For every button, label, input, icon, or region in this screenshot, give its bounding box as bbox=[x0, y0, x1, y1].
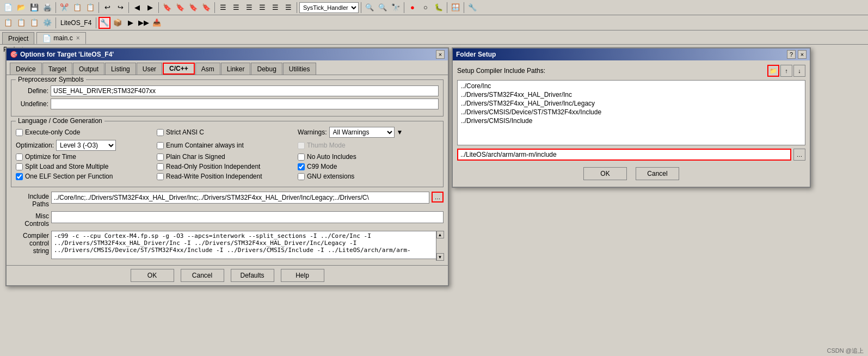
dtab-debug[interactable]: Debug bbox=[251, 63, 282, 75]
one-elf-cb[interactable] bbox=[16, 173, 23, 180]
tb2-btn8[interactable]: ▶▶ bbox=[138, 17, 150, 29]
options-cancel-btn[interactable]: Cancel bbox=[181, 269, 224, 282]
ro-pos-cb[interactable] bbox=[157, 163, 164, 170]
tab-main-c[interactable]: 📄 main.c × bbox=[36, 32, 85, 44]
dtab-device[interactable]: Device bbox=[10, 63, 42, 75]
folder-close-btn[interactable]: × bbox=[798, 50, 807, 59]
enum-container-cb[interactable] bbox=[157, 142, 164, 149]
folder-list-item[interactable]: ../Drivers/CMSIS/Device/ST/STM32F4xx/Inc… bbox=[459, 108, 804, 116]
dtab-user[interactable]: User bbox=[137, 63, 162, 75]
options-tabs: Device Target Output Listing User C/C++ … bbox=[7, 60, 448, 75]
no-auto-inc-cb[interactable] bbox=[298, 154, 305, 161]
search2-btn[interactable]: 🔍 bbox=[377, 2, 389, 14]
bookmark3-btn[interactable]: 🔖 bbox=[187, 2, 199, 14]
red-dot-btn[interactable]: ● bbox=[407, 2, 418, 14]
debug-btn[interactable]: 🐛 bbox=[433, 2, 445, 14]
folder-ok-btn[interactable]: OK bbox=[583, 167, 627, 180]
exec-only-cb[interactable] bbox=[16, 129, 23, 136]
options-ok-btn[interactable]: OK bbox=[131, 269, 174, 282]
include-paths-browse-btn[interactable]: … bbox=[432, 192, 444, 202]
undo-btn[interactable]: ↩ bbox=[101, 2, 113, 14]
paste-btn[interactable]: 📋 bbox=[84, 2, 96, 14]
back-btn[interactable]: ◀ bbox=[131, 2, 143, 14]
include-paths-input[interactable] bbox=[51, 192, 429, 204]
dtab-listing[interactable]: Listing bbox=[105, 63, 136, 75]
exec-only-label: Execute-only Code bbox=[25, 128, 80, 136]
tb2-btn4[interactable]: ⚙️ bbox=[41, 17, 53, 29]
include-paths-label: IncludePaths bbox=[11, 192, 49, 208]
tb2-btn7[interactable]: ▶ bbox=[125, 17, 137, 29]
forward-btn[interactable]: ▶ bbox=[144, 2, 156, 14]
define-input[interactable] bbox=[51, 85, 439, 96]
dtab-utilities[interactable]: Utilities bbox=[283, 63, 316, 75]
open-btn[interactable]: 📂 bbox=[15, 2, 27, 14]
list4-btn[interactable]: ☰ bbox=[256, 2, 268, 14]
warnings-combo[interactable]: All Warnings No Warnings MISRA Warnings bbox=[329, 127, 395, 138]
folder-list-item[interactable]: ../Core/Inc bbox=[459, 82, 804, 90]
dtab-cpp[interactable]: C/C++ bbox=[163, 63, 195, 75]
include-paths-row: IncludePaths … bbox=[11, 192, 444, 208]
list6-btn[interactable]: ☰ bbox=[282, 2, 294, 14]
list2-btn[interactable]: ☰ bbox=[230, 2, 242, 14]
dtab-asm[interactable]: Asm bbox=[195, 63, 220, 75]
folder-new-btn[interactable]: 📁 bbox=[767, 65, 779, 77]
bookmark4-btn[interactable]: 🔖 bbox=[200, 2, 212, 14]
gnu-ext-label: GNU extensions bbox=[307, 173, 354, 180]
search-btn[interactable]: 🔍 bbox=[364, 2, 375, 14]
thumb-mode-cb[interactable] bbox=[298, 142, 305, 149]
dtab-linker[interactable]: Linker bbox=[221, 63, 251, 75]
gnu-ext-cb[interactable] bbox=[298, 173, 305, 180]
tb2-btn2[interactable]: 📋 bbox=[15, 17, 27, 29]
print-btn[interactable]: 🖨️ bbox=[41, 2, 53, 14]
list1-btn[interactable]: ☰ bbox=[217, 2, 229, 14]
dtab-output[interactable]: Output bbox=[73, 63, 104, 75]
list5-btn[interactable]: ☰ bbox=[269, 2, 281, 14]
close-tab-icon[interactable]: × bbox=[76, 34, 80, 42]
function-combo[interactable]: SysTick_Handler bbox=[299, 2, 359, 13]
plain-char-cb[interactable] bbox=[157, 154, 164, 161]
folder-list-item[interactable]: ../Drivers/CMSIS/Include bbox=[459, 116, 804, 125]
bookmark2-btn[interactable]: 🔖 bbox=[174, 2, 186, 14]
opt-time-cb[interactable] bbox=[16, 154, 23, 161]
compiler-scroll-down[interactable]: ▼ bbox=[436, 253, 444, 261]
cut-btn[interactable]: ✂️ bbox=[58, 2, 70, 14]
folder-path-browse-btn[interactable]: … bbox=[793, 149, 805, 161]
folder-cancel-btn[interactable]: Cancel bbox=[636, 167, 679, 180]
tools-btn[interactable]: 🔧 bbox=[466, 2, 478, 14]
tab-project[interactable]: Project bbox=[2, 32, 34, 44]
rw-pos-cb[interactable] bbox=[157, 173, 164, 180]
tb2-btn9[interactable]: 📥 bbox=[151, 17, 163, 29]
misc-controls-input[interactable] bbox=[51, 211, 444, 223]
options-close-btn[interactable]: × bbox=[436, 50, 445, 59]
copy-btn[interactable]: 📋 bbox=[71, 2, 83, 14]
window-btn[interactable]: 🪟 bbox=[450, 2, 461, 14]
strict-ansi-cb[interactable] bbox=[157, 129, 164, 136]
compiler-string-textarea[interactable]: -c99 -c --cpu Cortex-M4.fp.sp -g -O3 --a… bbox=[51, 231, 444, 259]
folder-help-btn[interactable]: ? bbox=[787, 50, 796, 59]
folder-list-item[interactable]: ../Drivers/STM32F4xx_HAL_Driver/Inc bbox=[459, 90, 804, 99]
folder-list-item[interactable]: ../Drivers/STM32F4xx_HAL_Driver/Inc/Lega… bbox=[459, 99, 804, 108]
folder-path-input[interactable] bbox=[457, 149, 791, 161]
undefine-input[interactable] bbox=[51, 99, 439, 109]
save-btn[interactable]: 💾 bbox=[28, 2, 40, 14]
options-help-btn[interactable]: Help bbox=[281, 269, 324, 282]
c99-mode-cb[interactable] bbox=[298, 163, 305, 170]
optimization-combo[interactable]: Level 3 (-O3) Level 0 (-O0) Level 1 (-O1… bbox=[56, 140, 116, 151]
compiler-scroll-up[interactable]: ▲ bbox=[436, 231, 444, 238]
tb2-btn3[interactable]: 📋 bbox=[28, 17, 40, 29]
search3-btn[interactable]: 🔭 bbox=[390, 2, 402, 14]
circle-btn[interactable]: ○ bbox=[420, 2, 432, 14]
list3-btn[interactable]: ☰ bbox=[243, 2, 255, 14]
dtab-target[interactable]: Target bbox=[42, 63, 72, 75]
folder-up-btn[interactable]: ↑ bbox=[780, 65, 792, 77]
tb2-btn6[interactable]: 📦 bbox=[112, 17, 124, 29]
bookmark1-btn[interactable]: 🔖 bbox=[161, 2, 173, 14]
new-project-btn[interactable]: 📋 bbox=[2, 17, 14, 29]
options-defaults-btn[interactable]: Defaults bbox=[231, 269, 274, 282]
folder-down-btn[interactable]: ↓ bbox=[793, 65, 805, 77]
target-options-btn[interactable]: 🔧 bbox=[99, 17, 110, 29]
redo-btn[interactable]: ↪ bbox=[114, 2, 126, 14]
new-file-btn[interactable]: 📄 bbox=[2, 2, 14, 14]
define-row: Define: bbox=[16, 85, 439, 96]
split-load-cb[interactable] bbox=[16, 163, 23, 170]
